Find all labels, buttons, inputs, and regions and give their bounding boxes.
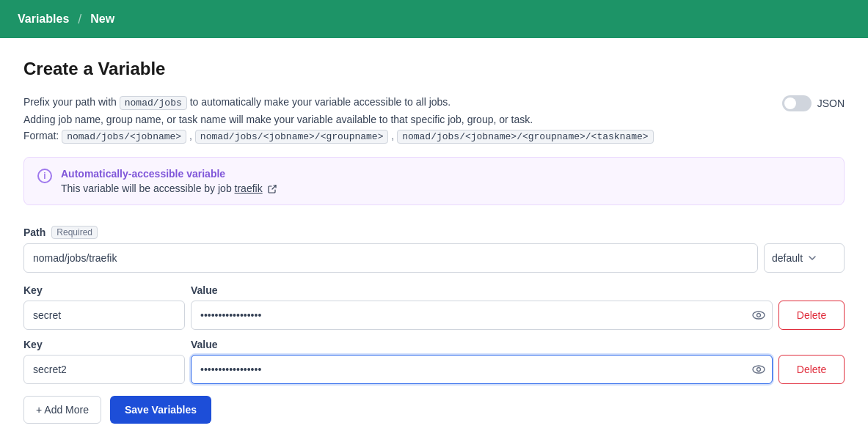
kv-key-input-1[interactable] [23,301,185,330]
actions-row: + Add More Save Variables [23,396,845,424]
chevron-down-icon [807,253,817,263]
kv-key-label-2: Key [23,339,185,350]
kv-row-1: Delete [23,301,845,330]
add-more-button[interactable]: + Add More [23,396,101,424]
info-banner: i Automatically-accessible variable This… [23,157,845,205]
kv-value-input-1[interactable] [191,301,773,330]
json-toggle-label: JSON [817,97,845,109]
kv-key-label-1: Key [23,284,185,296]
delete-button-1[interactable]: Delete [778,301,845,330]
eye-icon-1 [752,309,765,322]
header-current-page: New [90,12,114,26]
breadcrumb-separator: / [78,12,81,27]
kv-header-row-1: Key Value [23,284,845,296]
kv-key-input-2[interactable] [23,355,185,384]
kv-value-wrapper-1 [191,301,773,330]
kv-value-input-2[interactable] [191,355,773,384]
delete-button-2[interactable]: Delete [778,355,845,384]
kv-header-row-2: Key Value [23,339,845,350]
app-header: Variables / New [0,0,868,38]
info-icon: i [37,169,52,183]
desc-line-1: Prefix your path with nomad/jobs to auto… [23,94,845,111]
desc-prefix-1: Prefix your path with [23,96,117,108]
header-parent-link[interactable]: Variables [18,12,69,26]
svg-point-0 [753,312,765,319]
main-content: JSON Create a Variable Prefix your path … [0,38,868,431]
svg-point-3 [757,367,761,371]
json-toggle-row: JSON [782,95,845,111]
namespace-value: default [772,252,803,264]
external-link-icon [268,185,277,194]
eye-icon-2 [752,363,765,376]
kv-value-label-1: Value [191,284,773,296]
desc-line-2: Adding job name, group name, or task nam… [23,111,845,128]
desc-format-code-1: nomad/jobs/<jobname> [62,130,186,144]
info-title: Automatically-accessible variable [61,168,277,180]
path-input[interactable] [23,243,758,273]
svg-point-2 [753,366,765,373]
desc-format-code-3: nomad/jobs/<jobname>/<groupname>/<taskna… [397,130,653,144]
kv-value-label-2: Value [191,339,773,350]
kv-row-2: Delete [23,355,845,384]
path-row: default [23,243,845,273]
path-field-row: Path Required default [23,226,845,273]
desc-format-code-2: nomad/jobs/<jobname>/<groupname> [195,130,389,144]
svg-point-1 [757,313,761,317]
toggle-visibility-button-1[interactable] [752,309,765,322]
namespace-select[interactable]: default [764,243,845,273]
save-variables-button[interactable]: Save Variables [110,396,211,424]
desc-line-3: Format: nomad/jobs/<jobname> , nomad/job… [23,128,845,145]
desc-code-1: nomad/jobs [120,96,187,110]
description-block: Prefix your path with nomad/jobs to auto… [23,94,845,145]
kv-value-wrapper-2 [191,355,773,384]
required-badge: Required [51,226,98,239]
info-content: Automatically-accessible variable This v… [61,168,277,194]
json-toggle-button[interactable] [782,95,812,111]
page-title: Create a Variable [23,59,845,79]
info-body: This variable will be accessible by job … [61,183,277,194]
info-body-prefix: This variable will be accessible by job [61,183,232,194]
job-link[interactable]: traefik [235,183,263,194]
path-field-label: Path Required [23,226,845,239]
desc-format-prefix: Format: [23,130,59,141]
desc-suffix-1: to automatically make your variable acce… [190,96,451,108]
toggle-visibility-button-2[interactable] [752,363,765,376]
